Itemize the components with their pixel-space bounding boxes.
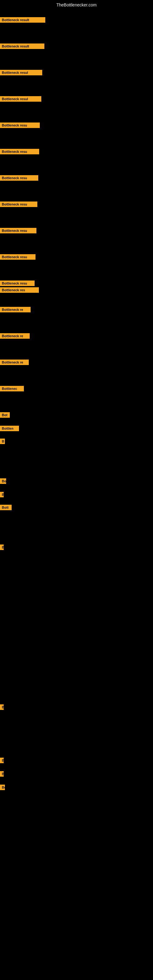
bottleneck-badge-22: Bott [0,505,12,510]
bottleneck-badge-2: Bottleneck result [0,43,45,49]
bottleneck-badge-16: Bottlenec [0,386,24,391]
bottleneck-badge-9: Bottleneck resu [0,228,37,233]
bottleneck-badge-6: Bottleneck resu [0,149,39,154]
bottleneck-badge-23: B [0,544,4,550]
bottleneck-badge-18: Bottlen [0,426,19,431]
bottleneck-badge-12: Bottleneck res [0,287,39,293]
bottleneck-badge-26: B [0,771,4,776]
bottleneck-badge-7: Bottleneck resu [0,175,38,181]
bottleneck-badge-15: Bottleneck re [0,360,29,365]
bottleneck-badge-8: Bottleneck resu [0,202,37,207]
bottleneck-badge-1: Bottleneck result [0,17,45,23]
bottleneck-badge-20: Bo [0,478,6,484]
bottleneck-badge-3: Bottleneck resul [0,70,42,75]
bottleneck-badge-19: B [0,439,5,444]
bottleneck-badge-14: Bottleneck re [0,333,30,339]
bottleneck-badge-27: Bo [0,784,5,790]
bottleneck-badge-24: B [0,705,4,710]
bottleneck-badge-13: Bottleneck re [0,307,30,312]
bottleneck-badge-17: Bot [0,412,10,418]
bottleneck-badge-21: B [0,492,4,497]
bottleneck-badge-25: B [0,758,4,763]
bottleneck-badge-4: Bottleneck resul [0,96,41,102]
bottleneck-badge-5: Bottleneck resu [0,123,40,128]
site-title: TheBottlenecker.com [0,0,153,10]
bottleneck-badge-11: Bottleneck resu [0,280,35,286]
bottleneck-badge-10: Bottleneck resu [0,254,35,260]
